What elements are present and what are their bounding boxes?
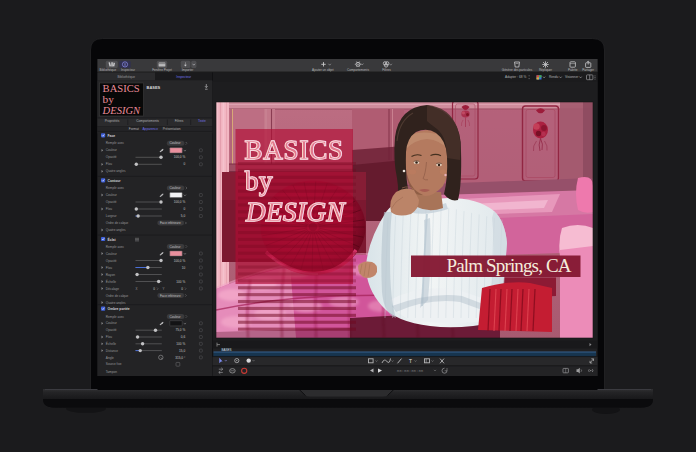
svg-text:Ordre de calque: Ordre de calque — [106, 294, 129, 298]
svg-text:5,0: 5,0 — [181, 214, 186, 218]
svg-text:Apparence: Apparence — [142, 127, 158, 131]
svg-text:Quatre angles: Quatre angles — [106, 169, 126, 173]
svg-text:Rayon: Rayon — [106, 273, 115, 277]
svg-text:Répliquer: Répliquer — [539, 68, 552, 72]
svg-text:Flou: Flou — [106, 162, 112, 166]
svg-text:Couleur: Couleur — [106, 193, 117, 197]
svg-text:Contour: Contour — [108, 179, 122, 183]
svg-text:by: by — [245, 166, 273, 196]
svg-text:Éclat: Éclat — [108, 237, 117, 242]
svg-text:Tampon: Tampon — [106, 370, 117, 374]
svg-text:Source fixe: Source fixe — [106, 362, 122, 366]
svg-text:Opacité: Opacité — [106, 155, 117, 159]
svg-text:Propriétés: Propriétés — [105, 119, 120, 123]
svg-text:0: 0 — [181, 287, 183, 291]
svg-text:Visionner: Visionner — [565, 75, 579, 79]
svg-text:0: 0 — [153, 287, 155, 291]
svg-text:T: T — [409, 359, 412, 364]
svg-text:Comportements: Comportements — [347, 68, 369, 72]
svg-text:Bibliothèque: Bibliothèque — [117, 75, 135, 79]
svg-text:Flou: Flou — [106, 266, 112, 270]
svg-text:Opacité: Opacité — [106, 328, 117, 332]
svg-text:Angle: Angle — [106, 356, 114, 360]
svg-text:10: 10 — [182, 266, 186, 270]
svg-text:Ajouter un objet: Ajouter un objet — [312, 68, 334, 72]
svg-text:Importer: Importer — [182, 68, 194, 72]
svg-text:DESIGN: DESIGN — [102, 104, 142, 116]
svg-text:Rendu: Rendu — [549, 75, 559, 79]
svg-text:Couleur: Couleur — [170, 141, 181, 145]
svg-text:Distance: Distance — [106, 349, 118, 353]
svg-text:BASES: BASES — [147, 85, 161, 90]
svg-text:Partager: Partager — [582, 68, 594, 72]
svg-text:Couleur: Couleur — [106, 321, 117, 325]
svg-text:0: 0 — [183, 162, 185, 166]
svg-text:Décalage: Décalage — [106, 287, 120, 291]
svg-text:Fenêtre Projet: Fenêtre Projet — [152, 68, 172, 72]
svg-text:Opacité: Opacité — [106, 200, 117, 204]
svg-text:00:00:00:00: 00:00:00:00 — [397, 369, 424, 373]
svg-text:100 %: 100 % — [176, 280, 185, 284]
svg-text:Face inférieure: Face inférieure — [160, 294, 181, 298]
svg-text:100,0 %: 100,0 % — [174, 259, 186, 263]
svg-text:100,0 %: 100,0 % — [174, 155, 186, 159]
svg-text:Inspecteur: Inspecteur — [121, 68, 135, 72]
svg-text:Palette: Palette — [568, 68, 578, 72]
svg-text:15,0: 15,0 — [179, 349, 185, 353]
svg-text:0,6: 0,6 — [181, 335, 186, 339]
svg-text:Face: Face — [108, 134, 116, 138]
svg-text:Quatre angles: Quatre angles — [106, 228, 126, 232]
svg-text:Couleur: Couleur — [106, 148, 117, 152]
svg-text:Remplir avec: Remplir avec — [106, 315, 125, 319]
svg-text:BASICS: BASICS — [245, 135, 344, 165]
svg-text:Face inférieure: Face inférieure — [160, 221, 181, 225]
svg-text:Flou: Flou — [106, 207, 112, 211]
svg-text:Couleur: Couleur — [170, 186, 181, 190]
svg-text:Couleur: Couleur — [170, 315, 181, 319]
svg-text:75,0 %: 75,0 % — [175, 328, 185, 332]
svg-text:Ombre portée: Ombre portée — [108, 307, 130, 311]
svg-text:Filtres: Filtres — [382, 68, 391, 72]
svg-text:Inspecteur: Inspecteur — [176, 75, 192, 79]
svg-text:Couleur: Couleur — [106, 252, 117, 256]
svg-text:Largeur: Largeur — [106, 214, 117, 218]
svg-text:Opacité: Opacité — [106, 259, 117, 263]
svg-text:Comportements: Comportements — [136, 119, 159, 123]
svg-text:315,0 °: 315,0 ° — [175, 356, 186, 360]
svg-text:68 %: 68 % — [519, 75, 526, 79]
svg-text:Remplir avec: Remplir avec — [106, 245, 125, 249]
svg-text:100,0 %: 100,0 % — [174, 200, 186, 204]
svg-text:DESIGN: DESIGN — [245, 197, 346, 227]
svg-text:Échelle: Échelle — [106, 279, 117, 284]
svg-text:Flou: Flou — [106, 335, 112, 339]
svg-text:Texte: Texte — [198, 119, 206, 123]
svg-text:Quatre angles: Quatre angles — [106, 301, 126, 305]
svg-text:Remplir avec: Remplir avec — [106, 141, 125, 145]
svg-text:Format: Format — [129, 127, 139, 131]
svg-text:Y: Y — [163, 287, 165, 291]
svg-text:Adapter :: Adapter : — [505, 75, 518, 79]
svg-text:Remplir avec: Remplir avec — [106, 186, 125, 190]
svg-text:0: 0 — [183, 207, 185, 211]
svg-text:Générer des particules: Générer des particules — [502, 68, 533, 72]
svg-text:Filtres: Filtres — [175, 119, 184, 123]
svg-text:Ordre de calque: Ordre de calque — [106, 221, 129, 225]
svg-text:Échelle: Échelle — [106, 341, 117, 346]
svg-text:X: X — [136, 287, 138, 291]
svg-text:Palm Springs, CA: Palm Springs, CA — [447, 255, 572, 276]
svg-text:Couleur: Couleur — [170, 245, 181, 249]
svg-text:100 %: 100 % — [176, 342, 185, 346]
svg-text:Bibliothèque: Bibliothèque — [100, 68, 117, 72]
svg-text:Présentation: Présentation — [163, 127, 181, 131]
